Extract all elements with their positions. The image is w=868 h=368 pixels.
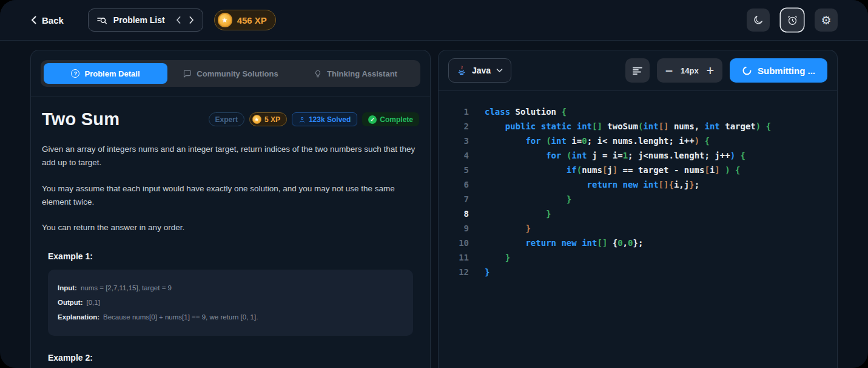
- search-list-icon: [97, 16, 107, 25]
- code-line[interactable]: 4 for (int j = i=1; j<nums.lenght; j++) …: [449, 148, 837, 163]
- back-label: Back: [42, 15, 64, 26]
- line-number: 11: [449, 253, 469, 262]
- line-number: 1: [449, 107, 469, 117]
- code-text: for (int j = i=1; j<nums.lenght; j++) {: [485, 151, 745, 160]
- code-text: }: [485, 253, 510, 262]
- line-number: 5: [449, 165, 469, 175]
- code-editor[interactable]: 1class Solution {2 public static int[] t…: [439, 91, 837, 368]
- problem-examples: Example 1:Input:nums = [2,7,11,15], targ…: [42, 251, 419, 368]
- spinner-icon: [742, 66, 752, 76]
- format-code-button[interactable]: [625, 58, 650, 83]
- main-content: ? Problem Detail Community Solutions Thi…: [0, 41, 868, 368]
- xp-reward-badge: ★ 5 XP: [249, 112, 287, 126]
- problem-title: Two Sum: [42, 109, 119, 129]
- problem-list-selector[interactable]: Problem List: [88, 9, 203, 32]
- example-row-label: Output:: [58, 299, 83, 306]
- tab-label: Problem Detail: [84, 69, 140, 78]
- example-row-label: Explanation:: [58, 313, 99, 321]
- code-line[interactable]: 8 }: [449, 206, 837, 221]
- code-line[interactable]: 10 return new int[] {0,0};: [449, 236, 837, 250]
- lightbulb-icon: [314, 69, 322, 78]
- description-paragraph: You can return the answer in any order.: [42, 221, 419, 234]
- code-text: class Solution {: [485, 107, 567, 117]
- xp-total-badge[interactable]: ★ 456 XP: [214, 10, 276, 30]
- coin-star-icon: ★: [218, 13, 232, 27]
- dark-mode-button[interactable]: [747, 9, 770, 32]
- code-line[interactable]: 7 }: [449, 192, 837, 206]
- alarm-timer-icon: [787, 15, 798, 26]
- status-badge: ✓ Complete: [362, 112, 419, 126]
- language-select[interactable]: Java: [448, 58, 511, 83]
- chat-bubble-icon: [183, 69, 192, 78]
- code-line[interactable]: 6 return new int[]{i,j};: [449, 177, 837, 192]
- problem-panel: ? Problem Detail Community Solutions Thi…: [30, 50, 431, 368]
- line-number: 12: [449, 267, 469, 277]
- tab-label: Community Solutions: [197, 69, 278, 78]
- next-problem-button[interactable]: [189, 16, 194, 24]
- line-number: 2: [449, 121, 469, 131]
- example-row-label: Input:: [58, 284, 77, 291]
- example-box: Input:nums = [2,7,11,15], target = 9Outp…: [48, 270, 413, 335]
- problem-tabbar: ? Problem Detail Community Solutions Thi…: [41, 60, 420, 87]
- code-line[interactable]: 5 if(nums[j] == target - nums[i] ) {: [449, 163, 837, 177]
- solved-count-label: 123k Solved: [309, 115, 351, 124]
- status-label: Complete: [380, 115, 413, 124]
- font-size-value: 14px: [681, 66, 699, 75]
- line-number: 10: [449, 238, 469, 248]
- problem-badges: Expert ★ 5 XP 123k Solved: [209, 112, 419, 126]
- code-text: }: [485, 223, 531, 233]
- chevron-left-icon: [30, 16, 38, 24]
- settings-button[interactable]: ⚙: [815, 9, 838, 32]
- prev-problem-button[interactable]: [176, 16, 181, 24]
- example-row: Output:[0,1]: [58, 298, 403, 307]
- code-line[interactable]: 1class Solution {: [449, 104, 837, 119]
- line-number: 7: [449, 194, 469, 204]
- moon-icon: [753, 15, 764, 26]
- tab-label: Thinking Assistant: [327, 69, 397, 78]
- language-label: Java: [472, 66, 491, 75]
- code-text: }: [485, 209, 551, 219]
- back-button[interactable]: Back: [30, 15, 64, 26]
- example-row: Explanation:Because nums[0] + nums[1] ==…: [58, 312, 403, 322]
- font-size-stepper: − 14px +: [657, 58, 722, 83]
- code-line[interactable]: 3 for (int i=0; i< nums.lenght; i++) {: [449, 134, 837, 148]
- code-line[interactable]: 2 public static int[] twoSum(int[] nums,…: [449, 119, 837, 134]
- editor-panel: Java − 14px +: [438, 50, 838, 368]
- code-text: for (int i=0; i< nums.lenght; i++) {: [485, 136, 710, 146]
- code-line[interactable]: 12}: [449, 265, 837, 279]
- line-number: 9: [449, 223, 469, 233]
- title-row: Two Sum Expert ★ 5 XP: [42, 109, 419, 129]
- gear-icon: ⚙: [821, 15, 831, 26]
- person-icon: [298, 116, 306, 123]
- code-text: public static int[] twoSum(int[] nums, i…: [485, 121, 771, 131]
- code-text: return new int[] {0,0};: [485, 238, 643, 248]
- xp-reward-label: 5 XP: [264, 115, 280, 124]
- question-circle-icon: ?: [71, 69, 79, 78]
- chevron-down-icon: [496, 68, 503, 73]
- check-circle-icon: ✓: [368, 115, 377, 124]
- line-number: 8: [449, 209, 469, 219]
- example-row: Input:nums = [2,7,11,15], target = 9: [58, 283, 403, 293]
- difficulty-badge: Expert: [209, 112, 244, 126]
- example-label: Example 2:: [48, 353, 413, 363]
- tab-community-solutions[interactable]: Community Solutions: [169, 63, 292, 84]
- font-size-decrease-button[interactable]: −: [665, 64, 673, 77]
- xp-total-label: 456 XP: [237, 15, 267, 26]
- submit-button[interactable]: Submitting ...: [730, 58, 827, 83]
- description-paragraph: You may assume that each input would hav…: [42, 182, 419, 209]
- code-text: if(nums[j] == target - nums[i] ) {: [485, 165, 741, 175]
- top-header: Back Problem List ★ 456 XP: [0, 0, 868, 41]
- tab-thinking-assistant[interactable]: Thinking Assistant: [294, 63, 417, 84]
- timer-button[interactable]: [781, 9, 804, 32]
- code-line[interactable]: 9 }: [449, 221, 837, 236]
- example-row-value: Because nums[0] + nums[1] == 9, we retur…: [103, 313, 258, 321]
- font-size-increase-button[interactable]: +: [706, 64, 715, 77]
- code-text: }: [485, 194, 571, 204]
- example-label: Example 1:: [48, 251, 413, 261]
- problem-detail-body: Two Sum Expert ★ 5 XP: [31, 97, 430, 368]
- java-logo-icon: [457, 66, 466, 76]
- code-line[interactable]: 11 }: [449, 250, 837, 265]
- tab-problem-detail[interactable]: ? Problem Detail: [44, 63, 167, 84]
- difficulty-label: Expert: [215, 115, 238, 124]
- example-row-value: nums = [2,7,11,15], target = 9: [81, 284, 172, 291]
